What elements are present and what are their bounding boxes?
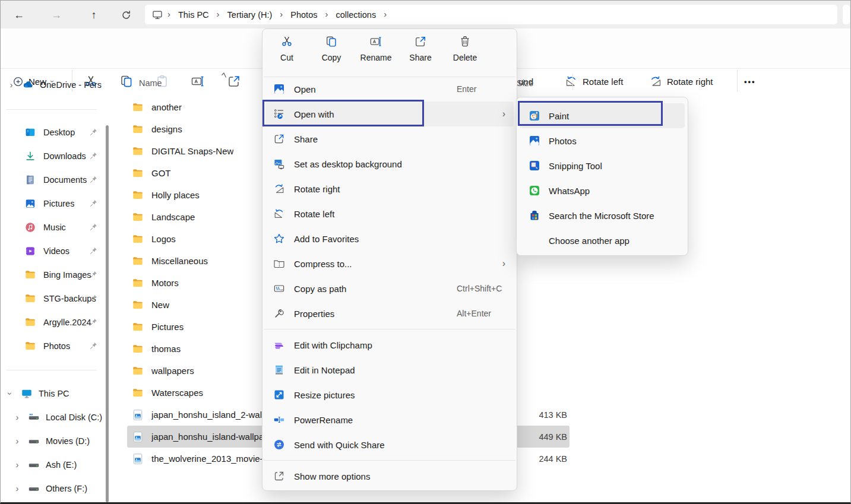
menu-item-send-with-quick-share[interactable]: Send with Quick Share xyxy=(265,432,514,457)
folder-icon xyxy=(132,189,144,201)
up-button[interactable]: ↑ xyxy=(85,6,103,24)
breadcrumb-separator-icon: › xyxy=(379,9,391,20)
chevron-right-icon[interactable]: › xyxy=(12,413,22,422)
chevron-right-icon[interactable]: › xyxy=(12,484,22,493)
file-name: Miscellaneous xyxy=(151,256,208,266)
quick-action-share[interactable]: Share xyxy=(401,35,439,62)
sidebar-item-desktop[interactable]: Desktop xyxy=(1,121,105,144)
sidebar-item-music[interactable]: Music xyxy=(1,215,105,239)
menu-item-edit-in-notepad[interactable]: Edit in Notepad xyxy=(265,357,514,382)
menu-item-label: PowerRename xyxy=(294,415,353,425)
menu-item-powerrename[interactable]: PowerRename xyxy=(265,407,514,432)
monitor-icon xyxy=(152,9,163,20)
sidebar-item-label: Music xyxy=(43,223,66,232)
photos-app-icon xyxy=(529,135,540,147)
snipping-tool-icon xyxy=(529,160,540,172)
back-button[interactable]: ← xyxy=(10,6,28,24)
breadcrumb-item[interactable]: Photos xyxy=(287,8,320,21)
quick-action-copy[interactable]: Copy xyxy=(312,35,350,62)
quick-action-label: Rename xyxy=(360,53,392,62)
submenu-item-label: Search the Microsoft Store xyxy=(549,211,654,221)
copy-icon xyxy=(325,35,338,48)
quick-action-cut[interactable]: Cut xyxy=(268,35,306,62)
rotate-left-icon xyxy=(565,75,578,88)
sidebar-item-videos[interactable]: Videos xyxy=(1,239,105,263)
sidebar-item-onedrive[interactable]: ›OneDrive - Pers xyxy=(1,73,105,97)
rotate-right-button[interactable]: Rotate right xyxy=(649,71,713,91)
submenu-item-whatsapp[interactable]: WhatsApp xyxy=(520,178,685,203)
breadcrumb-item[interactable]: collections xyxy=(333,8,379,21)
share-button[interactable] xyxy=(227,71,241,91)
rotate-left-button[interactable]: Rotate left xyxy=(565,71,623,91)
chevron-right-icon[interactable]: › xyxy=(12,436,22,446)
search-box-partial[interactable] xyxy=(843,5,850,24)
sidebar-item-drive-0[interactable]: ›Local Disk (C:) xyxy=(1,405,105,429)
folder-icon xyxy=(132,255,144,267)
menu-item-set-as-desktop-background[interactable]: Set as desktop background xyxy=(265,151,514,176)
address-bar[interactable]: ›This PC›Tertiary (H:)›Photos›collection… xyxy=(145,5,837,24)
menu-item-compress-to-[interactable]: Compress to...› xyxy=(265,251,514,276)
sidebar-item-label: This PC xyxy=(39,389,69,398)
rename-button[interactable] xyxy=(191,71,205,91)
videos-icon xyxy=(24,245,36,257)
menu-item-share[interactable]: Share xyxy=(265,126,514,151)
folder-icon xyxy=(132,102,144,113)
menu-item-properties[interactable]: PropertiesAlt+Enter xyxy=(265,301,514,326)
chevron-right-icon[interactable]: › xyxy=(7,80,16,90)
desktop-icon xyxy=(24,126,36,138)
menu-item-copy-as-path[interactable]: Copy as pathCtrl+Shift+C xyxy=(265,276,514,301)
sidebar-item-downloads[interactable]: Downloads xyxy=(1,144,105,168)
menu-item-rotate-left[interactable]: Rotate left xyxy=(265,201,514,226)
menu-item-label: Rotate right xyxy=(294,184,340,194)
menu-item-label: Compress to... xyxy=(294,259,352,269)
submenu-item-label: WhatsApp xyxy=(549,186,590,196)
sidebar-item-this-pc[interactable]: ›This PC xyxy=(1,382,105,405)
breadcrumb-item[interactable]: This PC xyxy=(175,8,212,21)
submenu-item-label: Snipping Tool xyxy=(549,161,602,171)
menu-item-label: Set as desktop background xyxy=(294,159,402,169)
context-menu: CutCopyRenameShareDeleteOpenEnterOpen wi… xyxy=(262,28,517,491)
menu-item-shortcut: Enter xyxy=(457,84,476,94)
menu-item-resize-pictures[interactable]: Resize pictures xyxy=(265,382,514,407)
chevron-right-icon[interactable]: › xyxy=(12,460,22,470)
microsoft-store-icon xyxy=(529,210,540,221)
submenu-item-photos[interactable]: Photos xyxy=(520,128,685,153)
quick-action-delete[interactable]: Delete xyxy=(446,35,484,62)
folder-icon xyxy=(24,293,36,305)
sidebar-item-photos[interactable]: Photos xyxy=(1,334,105,358)
file-size: 244 KB xyxy=(539,454,567,464)
forward-button[interactable]: → xyxy=(48,6,65,24)
navigation-bar: ← → ↑ ›This PC›Tertiary (H:)›Photos›coll… xyxy=(1,1,850,28)
file-name: New xyxy=(151,300,169,310)
menu-item-edit-with-clipchamp[interactable]: Edit with Clipchamp xyxy=(265,332,514,357)
sidebar-item-drive-2[interactable]: ›Ash (E:) xyxy=(1,453,105,477)
submenu-item-choose-another-app[interactable]: Choose another app xyxy=(520,228,685,253)
sidebar-item-argylle-2024[interactable]: Argylle.2024 xyxy=(1,310,105,334)
menu-item-open[interactable]: OpenEnter xyxy=(265,77,514,102)
sidebar-item-stg-backups[interactable]: STG-backups xyxy=(1,287,105,310)
sidebar-item-bing-images[interactable]: Bing Images xyxy=(1,263,105,287)
file-name: japan_honshu_island_2-wall xyxy=(151,410,264,420)
submenu-item-search-the-microsoft-store[interactable]: Search the Microsoft Store xyxy=(520,203,685,228)
column-header-size[interactable]: Size xyxy=(517,78,533,88)
copy-button[interactable] xyxy=(119,71,134,91)
sidebar-item-pictures[interactable]: Pictures xyxy=(1,192,105,215)
see-more-button[interactable]: ••• xyxy=(744,71,756,91)
menu-item-show-more-options[interactable]: Show more options xyxy=(265,464,514,489)
submenu-item-snipping-tool[interactable]: Snipping Tool xyxy=(520,153,685,178)
column-header-name[interactable]: Name xyxy=(139,78,162,88)
menu-item-label: Edit in Notepad xyxy=(294,365,355,375)
breadcrumb-separator-icon: › xyxy=(275,9,287,20)
chevron-down-icon[interactable]: › xyxy=(5,389,15,398)
os-drive-icon xyxy=(28,411,40,423)
sidebar-item-drive-3[interactable]: ›Others (F:) xyxy=(1,477,105,500)
menu-item-add-to-favorites[interactable]: Add to Favorites xyxy=(265,226,514,251)
sidebar-scrollbar[interactable] xyxy=(106,125,109,502)
sidebar-item-documents[interactable]: Documents xyxy=(1,168,105,192)
menu-item-rotate-right[interactable]: Rotate right xyxy=(265,176,514,201)
quick-action-rename[interactable]: Rename xyxy=(357,35,395,62)
refresh-button[interactable] xyxy=(117,6,135,24)
breadcrumb-item[interactable]: Tertiary (H:) xyxy=(224,8,276,21)
pin-icon xyxy=(89,294,98,303)
sidebar-item-drive-1[interactable]: ›Movies (D:) xyxy=(1,429,105,453)
